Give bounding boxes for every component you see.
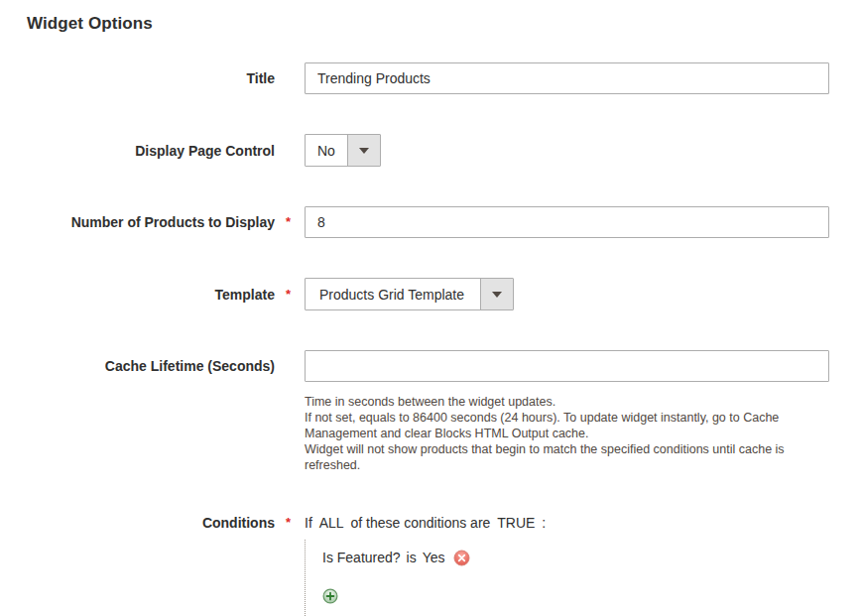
condition-attribute[interactable]: Is Featured? bbox=[322, 548, 401, 567]
conditions-header: If ALL of these conditions are TRUE : bbox=[305, 513, 546, 533]
required-asterisk: * bbox=[286, 206, 291, 238]
template-select[interactable]: Products Grid Template bbox=[305, 278, 514, 310]
chevron-down-icon[interactable] bbox=[480, 279, 513, 309]
condition-value[interactable]: Yes bbox=[423, 548, 445, 567]
display-page-control-select[interactable]: No bbox=[305, 134, 381, 167]
conditions-label-text: Conditions bbox=[202, 515, 275, 531]
conditions-rules: Is Featured? is Yes bbox=[305, 540, 546, 616]
cache-lifetime-control: Time in seconds between the widget updat… bbox=[305, 350, 829, 473]
display-page-control-selected-value: No bbox=[306, 135, 347, 166]
note-line: Widget will not show products that begin… bbox=[305, 441, 805, 473]
template-label: Template * bbox=[27, 279, 275, 310]
required-asterisk: * bbox=[286, 279, 291, 310]
conditions-if-text: If bbox=[305, 515, 312, 531]
conditions-colon: : bbox=[542, 515, 546, 531]
add-condition-icon[interactable] bbox=[322, 588, 338, 604]
condition-rule: Is Featured? is Yes bbox=[322, 548, 546, 567]
remove-condition-icon[interactable] bbox=[453, 550, 470, 566]
title-label: Title bbox=[27, 62, 275, 94]
template-control: Products Grid Template bbox=[305, 278, 514, 310]
template-selected-value: Products Grid Template bbox=[306, 279, 480, 309]
conditions-aggregator[interactable]: ALL bbox=[319, 515, 344, 531]
field-row-title: Title bbox=[27, 62, 862, 94]
cache-lifetime-note: Time in seconds between the widget updat… bbox=[305, 394, 805, 473]
conditions-control: If ALL of these conditions are TRUE : Is… bbox=[305, 513, 546, 616]
conditions-label: Conditions * bbox=[27, 513, 275, 533]
condition-operator[interactable]: is bbox=[407, 548, 417, 567]
field-row-display-page-control: Display Page Control No bbox=[27, 134, 862, 167]
num-products-label-text: Number of Products to Display bbox=[71, 214, 275, 230]
cache-lifetime-label: Cache Lifetime (Seconds) bbox=[27, 350, 275, 382]
title-control bbox=[305, 62, 829, 94]
field-row-conditions: Conditions * If ALL of these conditions … bbox=[27, 513, 862, 616]
field-row-cache-lifetime: Cache Lifetime (Seconds) Time in seconds… bbox=[27, 350, 862, 473]
cache-lifetime-label-text: Cache Lifetime (Seconds) bbox=[105, 358, 275, 374]
cache-lifetime-input[interactable] bbox=[305, 350, 829, 382]
template-label-text: Template bbox=[215, 287, 275, 303]
display-page-control-control: No bbox=[305, 134, 381, 167]
conditions-middle-text: of these conditions are bbox=[350, 515, 490, 531]
note-line: If not set, equals to 86400 seconds (24 … bbox=[305, 410, 805, 441]
widget-options-panel: Widget Options Title Display Page Contro… bbox=[0, 0, 862, 616]
field-row-num-products: Number of Products to Display * bbox=[27, 206, 862, 238]
field-row-template: Template * Products Grid Template bbox=[27, 278, 862, 310]
note-line: Time in seconds between the widget updat… bbox=[305, 394, 805, 410]
num-products-label: Number of Products to Display * bbox=[27, 206, 275, 238]
num-products-control bbox=[305, 206, 829, 238]
title-label-text: Title bbox=[246, 70, 275, 86]
num-products-input[interactable] bbox=[305, 206, 829, 238]
add-condition-row bbox=[322, 588, 546, 608]
title-input[interactable] bbox=[305, 62, 829, 94]
required-asterisk: * bbox=[286, 513, 291, 533]
chevron-down-icon[interactable] bbox=[347, 135, 380, 166]
display-page-control-label: Display Page Control bbox=[27, 135, 275, 167]
display-page-control-label-text: Display Page Control bbox=[135, 143, 275, 159]
conditions-true-value[interactable]: TRUE bbox=[497, 515, 535, 531]
page-title: Widget Options bbox=[27, 14, 862, 34]
widget-options-form: Title Display Page Control No Number of … bbox=[27, 62, 862, 616]
